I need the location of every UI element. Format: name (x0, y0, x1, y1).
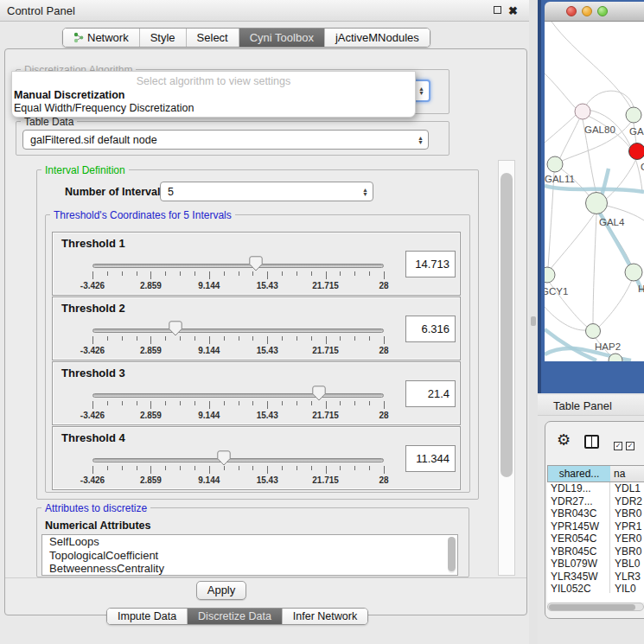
threshold-value-field[interactable]: 6.316 (405, 316, 456, 342)
table-row[interactable]: YER054CYER0 (547, 532, 644, 545)
zoom-traffic-light-icon[interactable] (597, 6, 608, 16)
network-node-gal80[interactable] (575, 104, 590, 119)
network-edge[interactable] (559, 119, 579, 160)
settings-scrollbar-thumb[interactable] (501, 173, 513, 477)
table-row[interactable]: YPR145WYPR1 (547, 520, 644, 533)
table-horizontal-scrollbar-thumb[interactable] (549, 604, 635, 610)
panel-splitter[interactable] (529, 0, 538, 644)
name-cell[interactable]: YBL0 (610, 558, 644, 571)
shared-name-cell[interactable]: YPR145W (547, 520, 610, 533)
tab-jactivemnodules[interactable]: jActiveMNodules (325, 29, 430, 47)
threshold-slider-track[interactable] (92, 264, 384, 268)
tick-mark (267, 271, 268, 279)
close-icon[interactable]: ✖ (507, 5, 519, 16)
threshold-panel: Threshold 2 -3.4262.8599.14415.4321.7152… (52, 296, 461, 360)
tab-cyni-toolbox[interactable]: Cyni Toolbox (239, 29, 325, 47)
threshold-value-field[interactable]: 11.344 (405, 445, 456, 472)
network-edge[interactable] (545, 73, 577, 110)
network-edge[interactable] (545, 115, 576, 143)
bottom-tab-discretize-data[interactable]: Discretize Data (188, 609, 283, 624)
name-cell[interactable]: YER0 (610, 532, 644, 545)
shared-name-cell[interactable]: YDR27... (547, 495, 610, 508)
network-canvas[interactable]: GAL80GACGAL11GAL4GCY1HHAP2 (545, 22, 644, 361)
network-node-ga[interactable] (626, 107, 641, 123)
network-edge[interactable] (550, 214, 595, 270)
shared-name-cell[interactable]: YIL052C (547, 583, 610, 593)
column-header-name[interactable]: na (610, 465, 644, 482)
name-cell[interactable]: YDL1 (610, 482, 644, 495)
attributes-scrollbar[interactable] (448, 537, 456, 573)
table-row[interactable]: YBR043CYBR0 (547, 507, 644, 520)
number-of-intervals-combo[interactable]: 5 ▲▼ (160, 182, 373, 201)
settings-gear-icon[interactable]: ⚙ (557, 432, 571, 448)
network-node-h[interactable] (625, 264, 642, 281)
shared-name-cell[interactable]: YDL19... (547, 482, 610, 495)
threshold-slider-thumb[interactable] (217, 450, 231, 466)
network-edge[interactable] (593, 214, 596, 323)
table-row[interactable]: YLR345WYLR3 (547, 571, 644, 583)
threshold-slider-thumb[interactable] (169, 321, 182, 336)
numerical-attributes-list[interactable]: SelfLoopsTopologicalCoefficientBetweenne… (41, 534, 458, 576)
column-layout-icon[interactable] (584, 435, 599, 449)
name-cell[interactable]: YIL0 (610, 583, 644, 593)
column-header-shared-name[interactable]: shared... (547, 465, 611, 482)
network-edge[interactable] (552, 22, 631, 108)
bottom-tab-infer-network[interactable]: Infer Network (283, 609, 367, 624)
splitter-handle[interactable] (531, 316, 536, 326)
minimize-traffic-light-icon[interactable] (582, 6, 592, 16)
threshold-slider-track[interactable] (92, 328, 384, 333)
threshold-slider-thumb[interactable] (312, 386, 326, 401)
close-traffic-light-icon[interactable] (566, 6, 577, 16)
name-cell[interactable]: YLR3 (610, 571, 644, 583)
float-window-icon[interactable] (492, 5, 503, 16)
attribute-list-item[interactable]: SelfLoops (42, 535, 457, 549)
name-cell[interactable]: YPR1 (610, 520, 644, 533)
shared-name-cell[interactable]: YLR345W (547, 571, 610, 583)
threshold-slider-track[interactable] (92, 458, 384, 462)
tab-style[interactable]: Style (140, 29, 187, 47)
algorithm-option-manual[interactable]: Manual Discretization (14, 89, 125, 101)
name-cell[interactable]: YBR0 (610, 507, 644, 520)
table-row[interactable]: YDR27...YDR2 (547, 495, 644, 508)
network-edge[interactable] (605, 159, 636, 200)
shared-name-cell[interactable]: YBL079W (547, 558, 610, 571)
apply-button[interactable]: Apply (196, 581, 246, 600)
attribute-list-item[interactable]: BetweennessCentrality (42, 562, 457, 576)
tab-select[interactable]: Select (187, 29, 239, 47)
name-cell[interactable]: YBR0 (610, 545, 644, 558)
network-node-hap2[interactable] (586, 324, 601, 339)
threshold-value-field[interactable]: 14.713 (405, 251, 456, 277)
network-node-gal4[interactable] (586, 193, 608, 214)
tab-network[interactable]: Network (63, 29, 140, 47)
network-edge[interactable] (599, 280, 632, 327)
shared-name-cell[interactable]: YBR045C (547, 545, 610, 558)
network-node-c[interactable] (629, 143, 644, 160)
table-data-combo[interactable]: galFiltered.sif default node ▲▼ (22, 130, 429, 150)
table-row[interactable]: YBL079WYBL0 (547, 558, 644, 571)
name-cell[interactable]: YDR2 (610, 495, 644, 508)
table-row[interactable]: YIL052CYIL0 (547, 583, 644, 593)
network-thick-edge[interactable] (545, 186, 644, 192)
bottom-tab-impute-data[interactable]: Impute Data (107, 609, 188, 624)
threshold-slider-track[interactable] (92, 393, 384, 398)
threshold-slider-thumb[interactable] (249, 256, 263, 271)
settings-scrollbar[interactable] (498, 160, 515, 576)
network-window-titlebar[interactable] (545, 2, 644, 22)
attributes-scrollbar-thumb[interactable] (448, 537, 456, 571)
tick-mark (326, 401, 327, 409)
network-edge[interactable] (545, 307, 586, 330)
table-row[interactable]: YBR045CYBR0 (547, 545, 644, 558)
network-node-gcy1[interactable] (545, 267, 555, 283)
table-row[interactable]: YDL19...YDL1 (547, 482, 644, 495)
select-columns-icon[interactable]: ✓ (626, 442, 634, 450)
attribute-list-item[interactable]: TopologicalCoefficient (42, 549, 457, 563)
algorithm-option-equal-width[interactable]: Equal Width/Frequency Discretization (14, 102, 194, 114)
select-columns-icon[interactable]: ✓ (614, 442, 622, 450)
network-edge[interactable] (583, 91, 634, 112)
algorithm-prompt-item[interactable]: Select algorithm to view settings (12, 75, 415, 87)
table-horizontal-scrollbar[interactable] (547, 603, 644, 611)
shared-name-cell[interactable]: YBR043C (547, 507, 610, 520)
network-node-gal11[interactable] (547, 156, 563, 172)
threshold-value-field[interactable]: 21.4 (405, 380, 456, 407)
shared-name-cell[interactable]: YER054C (547, 532, 610, 545)
